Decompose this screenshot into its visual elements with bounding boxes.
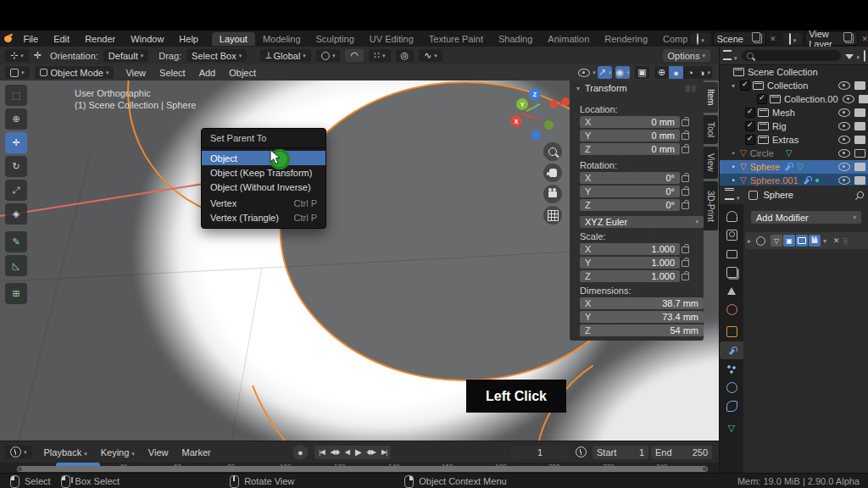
overlays-toggle[interactable]: ◉ <box>615 66 630 79</box>
tab-tool[interactable] <box>720 208 743 225</box>
workspace-tab-shading[interactable]: Shading <box>491 32 540 46</box>
active-tool-button[interactable]: ⊹ <box>5 49 29 62</box>
tool-add-primitive[interactable]: ⊞ <box>5 283 27 304</box>
viewport-menu-object[interactable]: Object <box>222 68 263 78</box>
shading-wireframe-button[interactable]: ⊕ <box>654 66 669 79</box>
modifier-render-toggle[interactable] <box>809 235 821 247</box>
tool-transform[interactable]: ◈ <box>5 203 27 225</box>
play-reverse-button[interactable]: ◀ <box>345 448 349 456</box>
dimensions-z-field[interactable]: Z54 mm <box>580 324 704 336</box>
monitor-icon[interactable] <box>854 149 865 158</box>
monitor-icon[interactable] <box>854 163 865 171</box>
snap-settings-dropdown[interactable]: ∷ <box>369 49 391 62</box>
delete-modifier-button[interactable]: ✕ <box>833 236 840 245</box>
workspace-tab-modeling[interactable]: Modeling <box>255 32 309 46</box>
outliner-row-collection[interactable]: ▾ Collection <box>720 79 868 92</box>
gizmo-y-axis[interactable]: Y <box>516 98 528 110</box>
eye-icon[interactable] <box>838 108 850 117</box>
lock-open-icon[interactable] <box>682 247 689 253</box>
modifier-realtime-toggle[interactable] <box>796 235 808 247</box>
checkbox-icon[interactable] <box>757 94 767 104</box>
dimensions-y-field[interactable]: Y73.4 mm <box>580 311 704 323</box>
menu-item-vertex-triangle[interactable]: Vertex (Triangle)Ctrl P <box>202 210 326 225</box>
prev-keyframe-button[interactable]: ◀◆ <box>331 448 339 456</box>
rotation-y-field[interactable]: Y0° <box>580 186 680 197</box>
eye-icon[interactable] <box>838 81 850 90</box>
workspace-tab-texture-paint[interactable]: Texture Paint <box>421 32 491 46</box>
transform-panel-header[interactable]: ▾Transform⣿⣿ <box>570 80 704 96</box>
gizmo-x-axis[interactable]: X <box>510 115 522 127</box>
menu-item-vertex[interactable]: VertexCtrl P <box>202 196 326 210</box>
timeline-menu-playback[interactable]: Playback <box>37 447 94 458</box>
shading-rendered-button[interactable]: ◑ <box>698 66 712 79</box>
play-button[interactable]: ▶ <box>355 447 361 457</box>
viewport-menu-select[interactable]: Select <box>153 68 192 78</box>
menu-file[interactable]: File <box>15 34 46 44</box>
scale-y-field[interactable]: Y1.000 <box>580 257 680 269</box>
end-frame-field[interactable]: End250 <box>651 446 712 459</box>
dimensions-x-field[interactable]: X38.7 mm <box>580 297 704 309</box>
gizmo-z-neg[interactable] <box>531 130 541 140</box>
jump-end-button[interactable]: ▶| <box>381 448 387 456</box>
timeline-menu-view[interactable]: View <box>142 447 175 458</box>
gizmo-y-neg[interactable] <box>544 120 554 130</box>
checkbox-icon[interactable] <box>745 108 755 118</box>
menu-item-object-keep-transform[interactable]: Object (Keep Transform) <box>202 165 326 180</box>
outliner-row-circle[interactable]: ‣ ▽ Circle ▽ <box>720 147 868 160</box>
checkbox-icon[interactable] <box>740 80 750 91</box>
workspace-tab-compositing[interactable]: Compos <box>655 32 687 46</box>
lock-open-icon[interactable] <box>682 147 689 153</box>
scene-browse-button[interactable] <box>691 33 710 45</box>
navigation-gizmo[interactable]: Z Y X <box>505 81 573 141</box>
sidebar-tab-tool[interactable]: Tool <box>704 115 718 144</box>
monitor-icon[interactable] <box>854 136 865 144</box>
zoom-button[interactable] <box>543 142 562 161</box>
menu-edit[interactable]: Edit <box>46 34 77 44</box>
drag-dropdown[interactable]: Select Box <box>186 49 247 62</box>
timeline-menu-marker[interactable]: Marker <box>175 447 217 458</box>
mode-dropdown[interactable]: Object Mode <box>35 66 114 79</box>
expand-icon[interactable]: ▸ <box>748 237 754 245</box>
workspace-tab-rendering[interactable]: Rendering <box>597 32 655 46</box>
expand-icon[interactable]: ‣ <box>732 150 738 158</box>
menu-item-object[interactable]: Object <box>202 151 326 165</box>
chevron-down-icon[interactable]: ▾ <box>823 237 830 245</box>
orthographic-toggle-button[interactable] <box>543 206 562 225</box>
jump-start-button[interactable]: |◀ <box>319 448 324 456</box>
tab-render[interactable] <box>720 226 743 244</box>
eye-icon[interactable] <box>838 149 850 158</box>
menu-window[interactable]: Window <box>123 34 171 44</box>
display-mode-dropdown[interactable] <box>723 50 737 62</box>
falloff-dropdown[interactable]: ∿ <box>419 49 442 62</box>
location-y-field[interactable]: Y0 mm <box>580 130 680 141</box>
lock-open-icon[interactable] <box>682 202 689 209</box>
tab-object[interactable] <box>720 323 743 341</box>
filter-dropdown[interactable] <box>845 51 860 61</box>
lock-open-icon[interactable] <box>682 260 689 267</box>
gizmo-z-axis[interactable]: Z <box>529 88 541 100</box>
sidebar-tab-item[interactable]: Item <box>704 82 718 113</box>
timeline-scrollbar[interactable] <box>17 466 708 472</box>
lock-open-icon[interactable] <box>682 133 689 140</box>
location-x-field[interactable]: X0 mm <box>580 116 680 128</box>
blender-logo-icon[interactable] <box>7 33 12 44</box>
search-input[interactable] <box>742 50 842 61</box>
pan-button[interactable] <box>543 164 562 182</box>
scene-field[interactable]: Scene <box>713 31 766 46</box>
tool-cursor[interactable]: ⊕ <box>5 108 27 130</box>
workspace-tab-animation[interactable]: Animation <box>540 32 597 46</box>
monitor-icon[interactable] <box>854 108 865 117</box>
sidebar-tab-3d-print[interactable]: 3D-Print <box>704 181 718 230</box>
rotation-z-field[interactable]: Z0° <box>580 199 680 211</box>
timeline-menu-keying[interactable]: Keying <box>94 447 142 458</box>
monitor-icon[interactable] <box>854 81 865 90</box>
editor-type-button[interactable] <box>5 66 30 79</box>
workspace-tab-uv-editing[interactable]: UV Editing <box>362 32 421 46</box>
pivot-point-dropdown[interactable] <box>316 49 341 62</box>
expand-icon[interactable]: ▾ <box>732 82 738 90</box>
outliner-row-extras[interactable]: Extras <box>720 133 868 147</box>
modifier-header-row[interactable]: ▸ ▽ ▣ ▾ ✕ ⣿ <box>745 232 868 249</box>
tab-physics[interactable] <box>720 379 743 396</box>
rotation-x-field[interactable]: X0° <box>580 172 680 184</box>
location-z-field[interactable]: Z0 mm <box>580 143 680 155</box>
